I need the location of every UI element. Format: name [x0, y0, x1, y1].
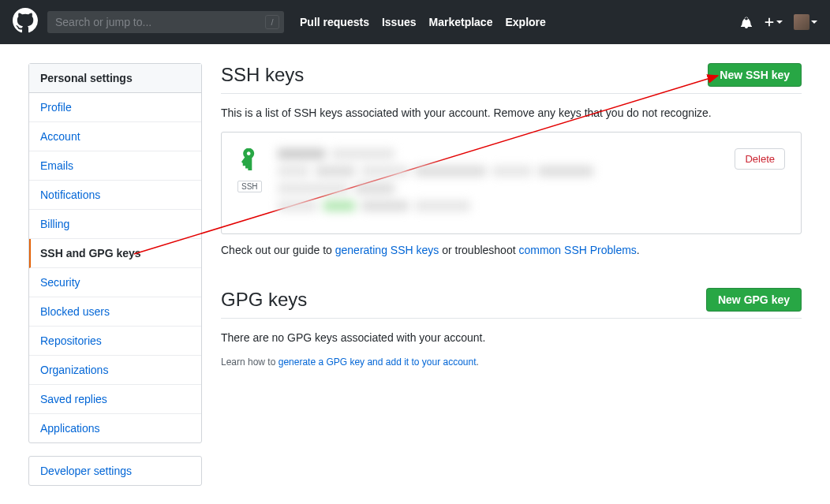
personal-settings-menu: Personal settings Profile Account Emails… — [28, 63, 202, 443]
ssh-badge: SSH — [237, 181, 262, 192]
link-generating-ssh-keys[interactable]: generating SSH keys — [335, 244, 439, 256]
ssh-key-item: SSH Delete — [221, 132, 802, 234]
key-icon — [237, 148, 262, 174]
sidebar-item-blocked-users[interactable]: Blocked users — [29, 297, 201, 327]
nav-explore[interactable]: Explore — [505, 16, 545, 28]
user-menu[interactable] — [794, 14, 817, 30]
search-slash-hint: / — [265, 15, 279, 29]
ssh-guide-note: Check out our guide to generating SSH ke… — [221, 244, 802, 256]
nav-pull-requests[interactable]: Pull requests — [300, 16, 369, 28]
link-generate-gpg-key[interactable]: generate a GPG key and add it to your ac… — [279, 357, 477, 368]
ssh-keys-heading: SSH keys — [221, 64, 304, 86]
ssh-key-details — [278, 148, 720, 218]
avatar — [794, 14, 809, 30]
sidebar-item-developer-settings[interactable]: Developer settings — [29, 457, 201, 485]
gpg-empty-message: There are no GPG keys associated with yo… — [221, 331, 802, 344]
nav-marketplace[interactable]: Marketplace — [429, 16, 493, 28]
sidebar-item-organizations[interactable]: Organizations — [29, 356, 201, 385]
link-common-ssh-problems[interactable]: common SSH Problems — [518, 244, 636, 256]
sidebar-item-saved-replies[interactable]: Saved replies — [29, 385, 201, 414]
notifications-bell-icon[interactable] — [740, 16, 753, 28]
add-dropdown[interactable] — [764, 17, 783, 28]
sidebar-item-applications[interactable]: Applications — [29, 414, 201, 442]
gpg-keys-heading: GPG keys — [221, 289, 307, 311]
delete-ssh-key-button[interactable]: Delete — [735, 148, 785, 170]
new-ssh-key-button[interactable]: New SSH key — [708, 63, 802, 87]
menu-heading: Personal settings — [29, 64, 201, 93]
sidebar-item-security[interactable]: Security — [29, 268, 201, 297]
secondary-settings-menu: Developer settings — [28, 456, 202, 486]
sidebar-item-billing[interactable]: Billing — [29, 210, 201, 239]
gpg-learn-note: Learn how to generate a GPG key and add … — [221, 357, 802, 368]
sidebar-item-repositories[interactable]: Repositories — [29, 327, 201, 356]
search-input[interactable] — [47, 11, 284, 33]
sidebar-item-profile[interactable]: Profile — [29, 93, 201, 122]
sidebar-item-ssh-gpg-keys: SSH and GPG keys — [29, 239, 201, 268]
sidebar-item-account[interactable]: Account — [29, 122, 201, 151]
nav-issues[interactable]: Issues — [382, 16, 417, 28]
ssh-description: This is a list of SSH keys associated wi… — [221, 106, 802, 119]
sidebar-item-emails[interactable]: Emails — [29, 151, 201, 181]
github-logo-icon[interactable] — [13, 8, 38, 36]
new-gpg-key-button[interactable]: New GPG key — [706, 288, 802, 312]
sidebar-item-notifications[interactable]: Notifications — [29, 181, 201, 210]
